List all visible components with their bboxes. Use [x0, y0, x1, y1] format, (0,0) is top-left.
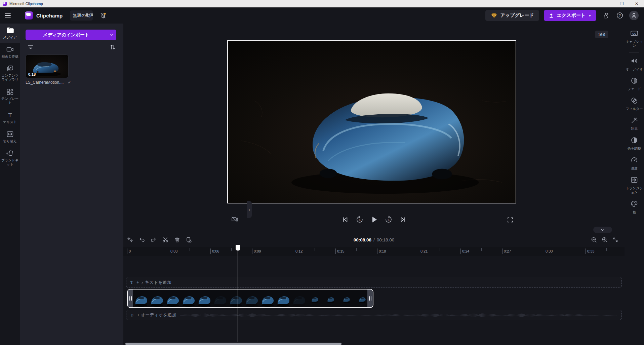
sidebar-item-label: 録画と作成	[1, 54, 18, 59]
account-avatar[interactable]	[629, 11, 639, 20]
ruler-minor-tick	[398, 248, 398, 251]
right-sidebar: CC キャプション オーディオ フェード フィルター 効果 色を調整 速度 トラ…	[625, 24, 644, 345]
properties-item-adjust-color[interactable]: 色を調整	[625, 134, 644, 154]
play-button[interactable]	[370, 215, 378, 224]
properties-item-transition[interactable]: トランジション	[625, 174, 644, 197]
skip-to-end-button[interactable]	[399, 215, 407, 224]
fullscreen-button[interactable]	[506, 216, 515, 224]
sidebar-item-library[interactable]: コンテンツライブラリ	[0, 62, 20, 85]
video-preview[interactable]	[227, 40, 516, 203]
template-icon	[6, 88, 14, 95]
sort-media-button[interactable]	[109, 44, 116, 52]
add-text-track[interactable]: T + テキストを追加	[126, 277, 622, 288]
trim-handle-right[interactable]	[367, 290, 373, 307]
timeline-ruler[interactable]: 00:030:060:090:120:150:180:210:240:270:3…	[123, 247, 625, 256]
play-icon	[370, 215, 378, 224]
os-titlebar: Microsoft Clipchamp – ❐ ✕	[0, 0, 644, 7]
collapse-left-panel-button[interactable]: ‹	[247, 201, 252, 218]
sidebar-item-label: テキスト	[3, 120, 17, 124]
export-button[interactable]: エクスポート ▼	[544, 10, 596, 21]
filmstrip-frame	[149, 290, 165, 307]
add-audio-track[interactable]: ♫ + オーディオを追加	[126, 310, 622, 320]
zoom-to-fit-button[interactable]	[611, 235, 620, 244]
sidebar-item-label: メディア	[3, 35, 17, 39]
filmstrip-frame	[180, 290, 196, 307]
maximize-button[interactable]: ❐	[614, 0, 629, 7]
ruler-minor-tick	[148, 248, 148, 251]
properties-item-speed[interactable]: 速度	[625, 154, 644, 174]
filmstrip-frame	[259, 290, 275, 307]
hamburger-menu-button[interactable]	[0, 12, 15, 19]
sidebar-item-transition[interactable]: 切り替え	[0, 127, 20, 147]
sidebar-item-template[interactable]: テンプレート	[0, 85, 20, 108]
import-media-dropdown-button[interactable]	[107, 30, 116, 40]
properties-item-filter[interactable]: フィルター	[625, 94, 644, 114]
audio-track-icon: ♫	[130, 312, 134, 317]
audio-waveform	[180, 310, 617, 320]
filmstrip-frame	[196, 290, 212, 307]
clip-filename: LS_CameraMotion....	[26, 80, 64, 85]
ruler-minor-tick	[356, 248, 357, 251]
collapse-timeline-button[interactable]	[593, 227, 612, 233]
media-asset-thumbnail[interactable]: 0:18	[26, 54, 69, 78]
app-name: Clipchamp	[36, 13, 63, 18]
ruler-minor-tick	[523, 248, 523, 251]
labs-button[interactable]	[601, 11, 610, 20]
properties-item-audio[interactable]: オーディオ	[625, 54, 644, 74]
help-button[interactable]: ?	[615, 11, 625, 20]
zoom-out-button[interactable]	[589, 235, 598, 244]
sort-arrows-icon	[109, 44, 116, 50]
ruler-minor-tick	[606, 248, 607, 251]
sidebar-item-label: コンテンツライブラリ	[1, 74, 19, 82]
chevron-down-icon	[110, 33, 114, 37]
filmstrip-frame	[354, 290, 367, 307]
person-icon	[631, 12, 637, 19]
filmstrip-frame	[228, 290, 244, 307]
sidebar-item-text[interactable]: T テキスト	[0, 108, 20, 127]
upgrade-button[interactable]: アップグレード	[485, 10, 539, 21]
left-sidebar: メディア 録画と作成 コンテンツライブラリ テンプレートT テキスト 切り替え …	[0, 24, 20, 345]
sidebar-item-media[interactable]: メディア	[0, 24, 20, 43]
sidebar-item-brand[interactable]: ブランドキット	[0, 147, 20, 170]
total-time: 00:18.00	[377, 237, 395, 242]
properties-item-captions[interactable]: CC キャプション	[625, 27, 644, 51]
sidebar-item-label: ブランドキット	[1, 158, 19, 166]
properties-item-fade[interactable]: フェード	[625, 74, 644, 94]
import-media-button[interactable]: メディアのインポート	[26, 30, 107, 40]
media-icon	[6, 27, 14, 34]
adjust-color-icon	[630, 137, 638, 145]
sidebar-item-record[interactable]: 録画と作成	[0, 43, 20, 62]
forward-5s-button[interactable]: 5	[384, 215, 393, 224]
close-button[interactable]: ✕	[629, 0, 644, 7]
clipchamp-logo-icon	[25, 11, 33, 20]
record-icon	[6, 46, 14, 53]
filmstrip-frame	[244, 290, 259, 307]
ruler-minor-tick	[315, 248, 315, 251]
playhead-handle[interactable]	[236, 245, 240, 251]
time-separator: /	[373, 237, 375, 242]
zoom-in-button[interactable]	[600, 235, 609, 244]
properties-item-color[interactable]: 色	[625, 197, 644, 217]
captions-icon: CC	[630, 30, 639, 38]
fade-icon	[630, 77, 638, 86]
skip-to-start-button[interactable]	[341, 215, 350, 224]
audio-icon	[630, 57, 638, 66]
filmstrip-frame	[307, 290, 323, 307]
rewind-5s-button[interactable]: 5	[355, 215, 364, 224]
timecode-display: 00:08.08 / 00:18.00	[123, 234, 625, 246]
properties-item-effects[interactable]: 効果	[625, 114, 644, 134]
trim-handle-left[interactable]	[128, 290, 133, 307]
filter-media-button[interactable]	[27, 44, 34, 52]
help-icon: ?	[616, 12, 623, 19]
filter-icon	[630, 97, 638, 106]
filmstrip-frame	[323, 290, 338, 307]
timeline-video-clip[interactable]	[127, 289, 373, 308]
project-title-field[interactable]: 無題の動画	[70, 10, 93, 21]
notifications-muted-button[interactable]	[99, 11, 108, 20]
timeline-horizontal-scrollbar[interactable]	[125, 343, 341, 345]
minimize-button[interactable]: –	[600, 0, 614, 7]
aspect-ratio-badge[interactable]: 16:9	[595, 31, 608, 38]
playhead-line	[238, 245, 238, 342]
filmstrip-frame	[275, 290, 291, 307]
properties-item-label: フェード	[628, 87, 641, 91]
